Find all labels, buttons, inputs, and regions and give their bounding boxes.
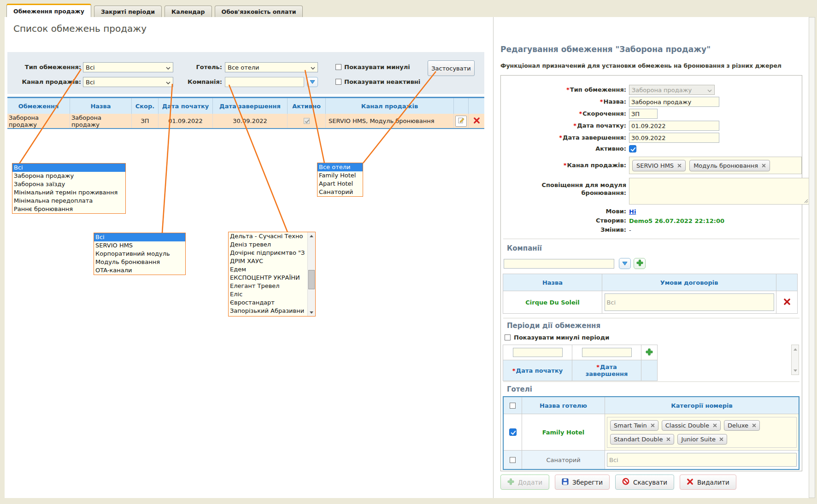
column-header[interactable]: Назва [70, 98, 132, 114]
scroll-down-icon[interactable] [308, 309, 315, 316]
column-header[interactable]: Дата завершення [213, 98, 288, 114]
period-end-input[interactable] [582, 348, 632, 357]
company-dropdown-button[interactable] [307, 77, 318, 87]
resize-grip-icon[interactable] [804, 198, 808, 205]
delete-icon[interactable] [473, 117, 480, 125]
created-value: Demo5 26.07.2022 22:12:00 [629, 217, 724, 224]
remove-tag-icon[interactable] [666, 436, 670, 443]
divider [503, 239, 799, 239]
dropdown-option[interactable]: Дочірнє підприємтво "З [229, 249, 307, 257]
remove-tag-icon[interactable] [713, 422, 717, 429]
window-scrollbar[interactable] [809, 17, 815, 498]
filter-type-select[interactable]: Всі [83, 62, 173, 72]
scroll-up-icon[interactable] [308, 232, 315, 240]
filter-show-past-checkbox[interactable] [335, 64, 341, 70]
dropdown-option[interactable]: Деніз тревел [229, 240, 307, 249]
notice-textarea[interactable] [629, 178, 810, 205]
column-header[interactable]: Активно [288, 98, 326, 114]
filter-company-input[interactable] [225, 77, 304, 87]
save-button[interactable]: Зберегти [555, 475, 610, 490]
abbr-input[interactable] [629, 109, 658, 119]
company-terms-input[interactable] [605, 293, 774, 311]
edit-button[interactable] [455, 116, 467, 127]
languages-link[interactable]: Ні [629, 208, 636, 215]
dropdown-option[interactable]: Євростандарт [229, 299, 307, 307]
tab-calendar[interactable]: Календар [165, 6, 212, 17]
hotel-categories-input[interactable] [607, 453, 797, 467]
dropdown-option[interactable]: OTA-канали [94, 266, 185, 275]
filter-hotel-select[interactable]: Все отели [225, 62, 318, 72]
dropdown-option[interactable]: Дельта - Сучасні Техно [229, 232, 307, 240]
remove-tag-icon[interactable] [752, 422, 756, 429]
dropdown-option[interactable]: Модуль бронювання [94, 258, 185, 266]
name-input[interactable] [629, 97, 719, 107]
delete-icon[interactable] [783, 298, 791, 307]
filter-channel-select[interactable]: Всі [83, 77, 173, 87]
categories-tagbox[interactable]: Smart Twin Classic Double Deluxe Standar… [607, 417, 797, 448]
table-row[interactable]: Заборона продажу Заборона продажу ЗП 01.… [7, 114, 484, 129]
tag-label: Standart Double [614, 436, 663, 443]
add-button[interactable]: Додати [500, 475, 549, 490]
show-past-periods-checkbox[interactable] [505, 334, 511, 340]
period-start-input[interactable] [513, 348, 563, 357]
dropdown-option[interactable]: Мінімальна передоплата [12, 197, 125, 205]
field-row-modified: Змінив: - [501, 226, 802, 234]
company-select-dropdown-button[interactable] [619, 258, 631, 269]
dropdown-option[interactable]: Елегант Тревел [229, 282, 307, 290]
cell-name: Заборона продажу [70, 114, 132, 128]
dropdown-option[interactable]: Едем [229, 265, 307, 274]
channels-tagbox[interactable]: SERVIO HMS Модуль бронювання [629, 157, 802, 174]
apply-button[interactable]: Застосувати [428, 60, 475, 76]
add-company-button[interactable] [634, 258, 646, 269]
dropdown-option[interactable]: Еліс [229, 290, 307, 299]
column-header[interactable]: Дата початку [159, 98, 213, 114]
hotel-checkbox[interactable] [509, 428, 517, 436]
periods-scrollbar[interactable] [791, 345, 799, 375]
chevron-down-icon [166, 79, 170, 86]
cancel-button[interactable]: Скасувати [615, 475, 674, 490]
app-window: Обмеження продажу Закриті періоди Календ… [0, 0, 817, 504]
dropdown-option[interactable]: Санаторий [317, 188, 363, 196]
select-all-checkbox[interactable] [510, 403, 516, 409]
add-period-icon[interactable] [646, 348, 653, 357]
button-label: Додати [518, 479, 542, 486]
active-checkbox[interactable] [629, 145, 636, 152]
remove-tag-icon[interactable] [719, 436, 723, 443]
dropdown-option[interactable]: Apart Hotel [317, 180, 363, 188]
dropdown-option[interactable]: ЕКСПОЦЕНТР УКРАЇНИ [229, 274, 307, 282]
column-header[interactable]: Канал продажів [326, 98, 454, 114]
column-header-empty [469, 98, 484, 114]
scroll-down-icon[interactable] [792, 367, 799, 374]
date-start-input[interactable] [629, 121, 719, 131]
company-search-input[interactable] [504, 259, 614, 269]
scroll-up-icon[interactable] [792, 346, 799, 353]
tab-closed-periods[interactable]: Закриті періоди [94, 6, 162, 17]
dropdown-option[interactable]: Запорізький Абразивни [229, 307, 307, 315]
tab-sales-restrictions[interactable]: Обмеження продажу [6, 4, 91, 17]
filter-show-inactive-checkbox[interactable] [335, 79, 341, 85]
dropdown-option[interactable]: Всі [94, 233, 185, 241]
tab-payment-obligation[interactable]: Обов'язковість оплати [215, 6, 303, 17]
remove-tag-icon[interactable] [651, 422, 655, 429]
cell-active [288, 114, 326, 128]
hotel-checkbox[interactable] [510, 457, 516, 463]
dropdown-option[interactable]: Раннє бронювання [12, 205, 125, 213]
dropdown-option[interactable]: ДРІМ ХАУС [229, 257, 307, 265]
scrollbar-thumb[interactable] [308, 270, 315, 289]
dropdown-option[interactable]: Заборона заїзду [12, 180, 125, 188]
hotel-name: Family Hotel [522, 414, 605, 450]
remove-tag-icon[interactable] [677, 162, 682, 169]
dropdown-option[interactable]: Корпоративний модуль [94, 250, 185, 258]
dropdown-option[interactable]: Всі [12, 164, 125, 172]
column-header[interactable]: Обмеження [7, 98, 70, 114]
dropdown-option[interactable]: Family Hotel [317, 171, 363, 180]
date-end-input[interactable] [629, 133, 719, 143]
dropdown-option[interactable]: Мінімальний термін проживання [12, 188, 125, 197]
dropdown-option[interactable]: Все отели [317, 163, 363, 171]
column-header[interactable]: Скор. [132, 98, 159, 114]
remove-tag-icon[interactable] [762, 162, 766, 169]
dropdown-option[interactable]: Заборона продажу [12, 172, 125, 180]
scrollbar[interactable] [307, 232, 315, 316]
dropdown-option[interactable]: SERVIO HMS [94, 241, 185, 250]
delete-button[interactable]: Видалити [680, 475, 736, 490]
